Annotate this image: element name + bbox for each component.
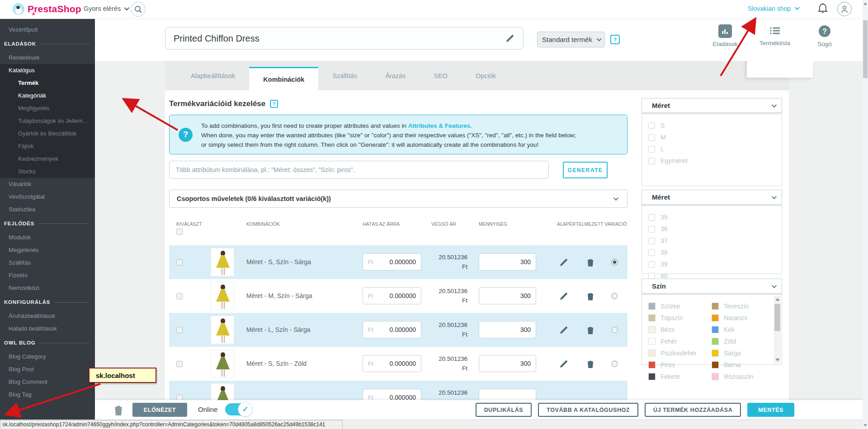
- price-impact-field[interactable]: Ft0.000000: [363, 287, 421, 304]
- attribute-option[interactable]: Egyméret: [648, 155, 782, 167]
- sidebar-item-products[interactable]: Termék: [0, 77, 95, 89]
- sidebar-item-customer-service[interactable]: Vevőszolgálat: [0, 191, 95, 203]
- sidebar-item-shipping[interactable]: Szállítás: [0, 256, 95, 269]
- option-checkbox[interactable]: [648, 238, 655, 244]
- quick-access-dropdown[interactable]: Gyors elérés: [84, 5, 128, 12]
- window-scrollbar[interactable]: [863, 0, 868, 429]
- color-option[interactable]: Tópszín: [648, 312, 712, 324]
- sidebar-item-categories[interactable]: Kategóriák: [0, 89, 95, 102]
- tab-seo[interactable]: SEO: [420, 61, 462, 90]
- sales-shortcut[interactable]: Eladások: [706, 24, 744, 47]
- sidebar-item-advanced-parameters[interactable]: Haladó beállítások: [0, 322, 95, 335]
- product-list-shortcut[interactable]: Terméklista: [756, 24, 794, 47]
- row-checkbox[interactable]: [176, 293, 183, 299]
- sidebar-item-blog-category[interactable]: Blog Category: [0, 350, 95, 363]
- delete-icon[interactable]: [585, 257, 595, 267]
- option-checkbox[interactable]: [648, 249, 655, 256]
- option-checkbox[interactable]: [648, 146, 655, 153]
- attribute-option[interactable]: 39: [648, 258, 782, 270]
- tab-combinations[interactable]: Kombinációk: [249, 67, 318, 90]
- quantity-field[interactable]: [479, 389, 536, 400]
- edit-icon[interactable]: [559, 257, 569, 267]
- quantity-field[interactable]: [479, 253, 536, 270]
- sidebar-item-modules[interactable]: Modulok: [0, 231, 95, 244]
- generate-button[interactable]: GENERATE: [563, 162, 608, 178]
- option-checkbox[interactable]: [648, 214, 655, 221]
- attribute-combination-input[interactable]: [169, 161, 549, 179]
- color-option[interactable]: Rózsaszín: [712, 371, 775, 382]
- sidebar-item-customers[interactable]: Vásárlók: [0, 178, 95, 191]
- product-type-select[interactable]: Standard termék: [537, 32, 605, 47]
- option-checkbox[interactable]: [648, 261, 655, 268]
- save-button[interactable]: MENTÉS: [747, 403, 794, 417]
- sidebar-item-design[interactable]: Megjelenés: [0, 244, 95, 256]
- combinations-help-icon[interactable]: ?: [270, 100, 278, 108]
- color-option[interactable]: Piros: [648, 359, 712, 371]
- color-list-scrollbar[interactable]: [774, 296, 781, 364]
- tab-basic-settings[interactable]: Alapbeállítások: [177, 61, 249, 90]
- default-variant-radio[interactable]: [611, 360, 618, 367]
- add-new-product-button[interactable]: ÚJ TERMÉK HOZZÁADÁSA: [645, 403, 741, 417]
- color-option[interactable]: Szürke: [648, 300, 712, 312]
- tab-pricing[interactable]: Árazás: [371, 61, 420, 90]
- prestashop-logo[interactable]: PrestaShop: [13, 3, 81, 15]
- price-impact-field[interactable]: Ft0.000000: [363, 389, 421, 400]
- attribute-option[interactable]: L: [648, 143, 782, 155]
- scrollbar-thumb[interactable]: [863, 20, 868, 78]
- sidebar-item-catalog[interactable]: Katalógus: [0, 64, 95, 77]
- attribute-option[interactable]: 38: [648, 247, 782, 258]
- quantity-field[interactable]: [479, 321, 536, 338]
- product-type-help-icon[interactable]: ?: [610, 35, 620, 44]
- bulk-actions-dropdown[interactable]: Csoportos műveletek (0/6 kiválasztott va…: [169, 190, 627, 208]
- color-option[interactable]: Piszkosfehér: [648, 347, 712, 359]
- default-variant-radio[interactable]: [611, 293, 618, 299]
- sidebar-item-orders[interactable]: Rendelések: [0, 51, 95, 64]
- sidebar-item-dashboard[interactable]: Vezérlőpult: [0, 23, 95, 36]
- default-variant-radio[interactable]: [611, 259, 618, 266]
- delete-icon[interactable]: [585, 291, 595, 301]
- size-panel-2-header[interactable]: Méret: [642, 190, 782, 205]
- color-panel-header[interactable]: Szín: [642, 279, 782, 294]
- scroll-up-arrow-icon[interactable]: [775, 298, 780, 301]
- scroll-down-arrow-icon[interactable]: [863, 424, 867, 427]
- price-impact-field[interactable]: Ft0.000000: [363, 355, 421, 372]
- select-all-checkbox[interactable]: [176, 228, 183, 235]
- size-panel-1-header[interactable]: Méret: [642, 98, 782, 113]
- sidebar-item-stats[interactable]: Statisztika: [0, 203, 95, 216]
- attributes-features-link[interactable]: Attributes & Features: [408, 122, 470, 129]
- product-name-input[interactable]: [174, 33, 505, 44]
- sidebar-item-blog-tag[interactable]: Blog Tag: [0, 388, 95, 401]
- help-shortcut[interactable]: ? Súgó: [806, 24, 844, 47]
- color-option[interactable]: Bézs: [648, 324, 712, 336]
- online-toggle[interactable]: ✓: [225, 403, 251, 415]
- go-to-catalog-button[interactable]: TOVÁBB A KATALÓGUSHOZ: [538, 403, 638, 417]
- option-checkbox[interactable]: [648, 122, 655, 129]
- option-checkbox[interactable]: [648, 158, 655, 164]
- delete-icon[interactable]: [585, 325, 595, 335]
- user-menu-button[interactable]: [837, 2, 852, 16]
- sidebar-item-attributes-features[interactable]: Tulajdonságok és Jellem...: [0, 115, 95, 127]
- preview-button[interactable]: ELŐNÉZET: [132, 403, 187, 417]
- tab-options[interactable]: Opciók: [462, 61, 510, 90]
- sidebar-item-discounts[interactable]: Kedvezmények: [0, 153, 95, 165]
- scroll-up-arrow-icon[interactable]: [863, 2, 867, 5]
- row-checkbox[interactable]: [176, 327, 183, 333]
- sidebar-item-brands-suppliers[interactable]: Gyártók és Beszállítók: [0, 127, 95, 140]
- delete-icon[interactable]: [585, 359, 595, 369]
- notifications-button[interactable]: [817, 3, 828, 16]
- color-option[interactable]: Narancs: [712, 312, 775, 324]
- scrollbar-thumb[interactable]: [774, 304, 780, 331]
- color-option[interactable]: Kék: [712, 324, 775, 336]
- edit-icon[interactable]: [559, 291, 569, 301]
- attribute-option[interactable]: 36: [648, 223, 782, 235]
- sidebar-item-shop-parameters[interactable]: Áruházbeállítások: [0, 310, 95, 322]
- color-option[interactable]: Teveszín: [712, 300, 775, 312]
- row-checkbox[interactable]: [176, 259, 183, 266]
- search-button[interactable]: [131, 2, 146, 17]
- color-option[interactable]: Sárga: [712, 347, 775, 359]
- sidebar-item-international[interactable]: Nemzetközi: [0, 282, 95, 294]
- sidebar-item-blog-comment[interactable]: Blog Comment: [0, 376, 95, 388]
- price-impact-field[interactable]: Ft0.000000: [363, 253, 421, 270]
- delete-product-icon[interactable]: [113, 404, 124, 416]
- color-option[interactable]: Barna: [712, 359, 775, 371]
